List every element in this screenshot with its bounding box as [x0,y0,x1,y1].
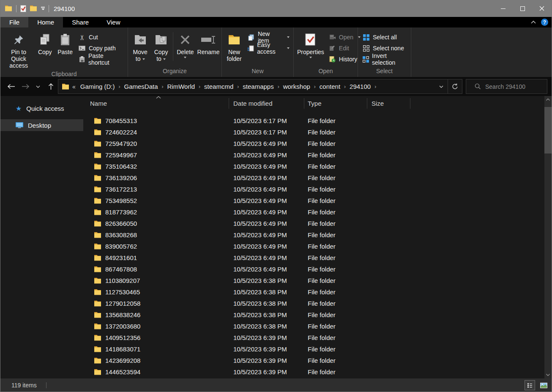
table-row[interactable]: 826366050 10/5/2023 6:49 PM File folder [83,218,544,229]
breadcrumb-separator[interactable]: › [343,84,347,90]
column-header-size[interactable]: Size [367,96,410,111]
table-row[interactable]: 736172213 10/5/2023 6:49 PM File folder [83,184,544,195]
sort-ascending-icon[interactable] [156,96,161,99]
help-button[interactable]: ? [541,19,548,26]
details-view-button[interactable] [525,380,535,390]
paste-button[interactable]: Paste [55,29,76,70]
desktop-icon [16,122,23,129]
breadcrumb-item[interactable]: GamesData [121,83,161,90]
delete-icon [180,31,190,49]
maximize-icon [520,6,525,11]
breadcrumb-item[interactable]: content [317,83,343,90]
pin-to-quick-access-button[interactable]: Pin to Quick access [2,29,35,70]
large-icons-view-button[interactable] [538,380,549,390]
breadcrumb-item[interactable]: steamcmd [201,83,236,90]
table-row[interactable]: 1409512356 10/5/2023 6:39 PM File folder [83,332,544,343]
table-row[interactable]: 1446523594 10/5/2023 6:39 PM File folder [83,366,544,378]
breadcrumb-item[interactable]: workshop [280,83,313,90]
breadcrumb-separator[interactable]: › [374,84,377,90]
rename-button[interactable]: Rename [196,29,221,67]
breadcrumb-separator[interactable]: › [198,84,201,90]
search-icon [466,83,485,90]
scroll-up-button[interactable] [544,96,552,103]
recent-locations-button[interactable] [34,81,42,92]
table-row[interactable]: 725949967 10/5/2023 6:49 PM File folder [83,149,544,161]
breadcrumb-separator[interactable]: › [277,84,280,90]
scrollbar-thumb[interactable] [544,107,552,154]
table-row[interactable]: 1279012058 10/5/2023 6:38 PM File folder [83,298,544,309]
table-row[interactable]: 1356838246 10/5/2023 6:38 PM File folder [83,309,544,321]
up-button[interactable] [45,81,56,92]
quick-access-star-icon: ★ [16,104,22,112]
move-to-button[interactable]: Move to [130,29,150,67]
address-bar[interactable]: « Gaming (D:)›GamesData›RimWorld›steamcm… [58,79,462,94]
breadcrumb-separator[interactable]: › [161,84,164,90]
tab-view[interactable]: View [98,17,129,27]
table-row[interactable]: 1372003680 10/5/2023 6:38 PM File folder [83,321,544,332]
table-row[interactable]: 849231601 10/5/2023 6:49 PM File folder [83,252,544,263]
breadcrumb-item[interactable]: RimWorld [164,83,198,90]
breadcrumb-item[interactable]: 294100 [347,83,374,90]
properties-button[interactable]: Properties [295,29,326,67]
table-row[interactable]: 1418683071 10/5/2023 6:39 PM File folder [83,343,544,355]
maximize-button[interactable] [513,0,532,17]
move-to-icon [134,31,146,49]
cut-button[interactable]: ✂ Cut [76,32,127,43]
breadcrumb-item[interactable]: Gaming (D:) [77,83,118,90]
breadcrumb-separator[interactable]: › [313,84,317,90]
table-row[interactable]: 818773962 10/5/2023 6:49 PM File folder [83,206,544,218]
table-row[interactable]: 724602224 10/5/2023 6:17 PM File folder [83,126,544,138]
copy-to-button[interactable]: Copy to [150,29,171,67]
properties-quick-icon[interactable] [20,5,26,12]
tab-share[interactable]: Share [63,17,98,27]
scroll-down-button[interactable] [544,371,552,378]
table-row[interactable]: 839005762 10/5/2023 6:49 PM File folder [83,241,544,252]
table-row[interactable]: 1423699208 10/5/2023 6:39 PM File folder [83,355,544,366]
column-header-type[interactable]: Type [304,96,367,111]
folder-icon [94,186,101,192]
sidebar-item-desktop[interactable]: Desktop [0,119,83,131]
minimize-button[interactable] [493,0,513,17]
toolbar-separator [49,5,49,12]
collapse-ribbon-icon[interactable] [531,21,536,24]
sidebar-item-quick-access[interactable]: ★ Quick access [0,102,83,114]
address-dropdown-button[interactable] [435,79,448,93]
table-row[interactable]: 736139206 10/5/2023 6:49 PM File folder [83,172,544,184]
table-row[interactable]: 1127530465 10/5/2023 6:38 PM File folder [83,286,544,298]
file-type: File folder [304,266,367,273]
invert-selection-button[interactable]: Invert selection [360,54,410,65]
vertical-scrollbar[interactable] [544,96,552,378]
table-row[interactable]: 753498552 10/5/2023 6:49 PM File folder [83,195,544,206]
refresh-button[interactable] [448,79,462,93]
table-row[interactable]: 867467808 10/5/2023 6:49 PM File folder [83,263,544,275]
search-input[interactable] [485,83,540,90]
close-button[interactable] [532,0,552,17]
new-folder-quick-icon[interactable] [30,5,37,11]
back-button[interactable] [5,81,16,92]
select-all-button[interactable]: Select all [360,32,410,43]
table-row[interactable]: 725947920 10/5/2023 6:49 PM File folder [83,138,544,149]
tab-file[interactable]: File [0,17,28,27]
paste-shortcut-button[interactable]: Paste shortcut [76,54,127,65]
file-type: File folder [304,197,367,204]
breadcrumb-separator[interactable]: › [236,84,240,90]
delete-button[interactable]: Delete [175,29,196,67]
breadcrumb-item[interactable]: steamapps [240,83,276,90]
window-controls [493,0,552,17]
new-folder-button[interactable]: New folder [224,29,245,67]
file-name: 849231601 [105,254,137,261]
table-row[interactable]: 735106432 10/5/2023 6:49 PM File folder [83,161,544,172]
breadcrumb-separator[interactable]: › [118,84,121,90]
tab-home[interactable]: Home [28,17,63,27]
easy-access-button[interactable]: Easy access [245,43,292,54]
clipboard-small-buttons: ✂ Cut Copy path Paste shortcut [76,29,127,70]
column-header-date-modified[interactable]: Date modified [229,96,304,111]
status-bar: 119 items [0,378,552,392]
breadcrumb-overflow-indicator[interactable]: « [72,83,77,90]
table-row[interactable]: 708455313 10/5/2023 6:17 PM File folder [83,115,544,126]
customize-toolbar-chevron-icon[interactable] [41,7,45,10]
table-row[interactable]: 1103809207 10/5/2023 6:38 PM File folder [83,275,544,286]
forward-button[interactable] [20,81,31,92]
table-row[interactable]: 836308268 10/5/2023 6:49 PM File folder [83,229,544,241]
copy-button[interactable]: Copy [35,29,55,70]
